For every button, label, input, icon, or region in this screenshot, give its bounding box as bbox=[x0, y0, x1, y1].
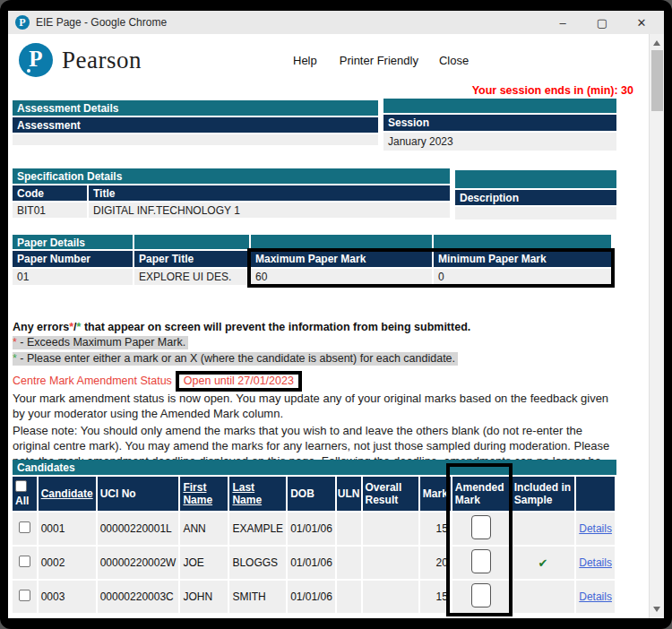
uln-header: ULN bbox=[337, 477, 361, 511]
paper-details-header: Paper Details bbox=[13, 235, 133, 249]
uci-no: 00000220001L bbox=[98, 513, 179, 545]
uln bbox=[337, 513, 361, 545]
paper-number-value: 01 bbox=[13, 269, 133, 285]
mark-value: 15 bbox=[420, 513, 451, 545]
scrollbar-thumb[interactable] bbox=[651, 50, 663, 111]
amendment-status-label: Centre Mark Amendment Status bbox=[13, 375, 172, 387]
errors-block: Any errors*/* that appear on screen will… bbox=[13, 321, 631, 366]
amendment-paragraph-1: Your mark amendment status is now open. … bbox=[13, 391, 618, 421]
error-item-max-mark: * - Exceeds Maximum Paper Mark. bbox=[13, 336, 188, 349]
dob: 01/01/06 bbox=[288, 581, 335, 613]
first-name: ANN bbox=[180, 513, 228, 545]
amended-mark-input[interactable] bbox=[471, 515, 491, 539]
row-checkbox[interactable] bbox=[19, 556, 30, 567]
amended-mark-input[interactable] bbox=[471, 549, 491, 573]
max-paper-mark-header: Maximum Paper Mark bbox=[251, 251, 432, 267]
overall-result bbox=[363, 547, 418, 579]
pearson-favicon-icon: P bbox=[15, 15, 30, 30]
select-all-header: All bbox=[13, 477, 37, 511]
assessment-value bbox=[13, 134, 378, 145]
description-section-header bbox=[455, 170, 616, 188]
window-title: EIE Page - Google Chrome bbox=[36, 16, 167, 29]
scroll-up-icon[interactable] bbox=[653, 40, 660, 46]
candidates-header-row: All Candidate UCI No First Name Last Nam… bbox=[13, 477, 615, 511]
candidate-row: 0001 00000220001L ANN EXAMPLE 01/01/06 1… bbox=[13, 513, 615, 545]
amended-mark-header: Amended Mark bbox=[452, 477, 510, 511]
printer-friendly-link[interactable]: Printer Friendly bbox=[340, 54, 418, 67]
last-name: EXAMPLE bbox=[229, 513, 286, 545]
help-link[interactable]: Help bbox=[293, 54, 317, 67]
overall-result bbox=[363, 581, 418, 613]
minimize-icon[interactable]: – bbox=[556, 16, 569, 30]
last-name: SMITH bbox=[229, 581, 286, 613]
mark-value: 15 bbox=[420, 581, 451, 613]
pearson-logo-icon: P bbox=[19, 43, 53, 77]
assessment-details-table: Assessment Details Assessment bbox=[13, 100, 378, 145]
sort-candidate-link[interactable]: Candidate bbox=[41, 487, 93, 500]
description-table: Description bbox=[455, 170, 616, 220]
details-link[interactable]: Details bbox=[579, 590, 612, 603]
code-column-header: Code bbox=[13, 185, 87, 201]
assessment-details-header: Assessment Details bbox=[13, 100, 378, 116]
uci-no: 00000220002W bbox=[98, 547, 179, 579]
description-column-header: Description bbox=[455, 190, 616, 205]
candidate-row: 0002 00000220002W JOE BLOGGS 01/01/06 20… bbox=[13, 547, 615, 579]
min-paper-mark-header: Minimum Paper Mark bbox=[434, 251, 611, 267]
specification-details-table: Specification Details Code Title BIT01 D… bbox=[13, 168, 450, 218]
sample-checkmark-icon: ✔ bbox=[538, 556, 548, 570]
scroll-down-icon[interactable] bbox=[653, 607, 660, 612]
paper-title-value: EXPLORE UI DES. bbox=[134, 269, 249, 285]
paper-details-table: Paper Details Paper Number Paper Title M… bbox=[13, 235, 615, 285]
paper-title-header: Paper Title bbox=[134, 251, 249, 267]
window-frame: P EIE Page - Google Chrome – ▢ ✕ P Pears… bbox=[0, 0, 672, 629]
sort-last-name-link[interactable]: Last Name bbox=[232, 481, 262, 506]
assessment-column-header: Assessment bbox=[13, 117, 378, 133]
errors-heading: Any errors*/* that appear on screen will… bbox=[13, 321, 631, 333]
title-column-header: Title bbox=[89, 185, 450, 201]
details-link[interactable]: Details bbox=[579, 556, 612, 569]
browser-window: P EIE Page - Google Chrome – ▢ ✕ P Pears… bbox=[8, 11, 664, 618]
row-checkbox[interactable] bbox=[19, 521, 30, 533]
overall-result bbox=[363, 513, 418, 545]
brand-name: Pearson bbox=[62, 47, 142, 74]
details-header bbox=[576, 477, 615, 511]
candidates-section: Candidates All Candidate UCI No First Na… bbox=[13, 460, 616, 615]
select-all-checkbox[interactable] bbox=[15, 480, 27, 492]
included-in-sample-header: Included in Sample bbox=[512, 477, 575, 511]
candidate-number: 0001 bbox=[39, 513, 96, 545]
dob-header: DOB bbox=[288, 477, 335, 511]
uln bbox=[337, 581, 361, 613]
candidates-table: All Candidate UCI No First Name Last Nam… bbox=[11, 475, 616, 615]
last-name: BLOGGS bbox=[229, 547, 286, 579]
session-table: Session January 2023 bbox=[383, 99, 616, 151]
description-value bbox=[455, 207, 616, 220]
pearson-logo: P Pearson bbox=[19, 43, 142, 77]
row-checkbox[interactable] bbox=[19, 590, 30, 601]
sort-first-name-link[interactable]: First Name bbox=[183, 481, 212, 506]
mark-value: 20 bbox=[420, 547, 451, 579]
code-value: BIT01 bbox=[13, 202, 87, 218]
overall-result-header: Overall Result bbox=[363, 477, 418, 511]
session-section-header bbox=[383, 99, 616, 113]
close-link[interactable]: Close bbox=[439, 54, 469, 67]
specification-details-header: Specification Details bbox=[13, 168, 450, 184]
candidate-row: 0003 00000220003C JOHN SMITH 01/01/06 15… bbox=[13, 581, 615, 613]
page-content: P Pearson Help Printer Friendly Close Yo… bbox=[8, 34, 664, 618]
paper-number-header: Paper Number bbox=[13, 251, 133, 267]
amendment-deadline: Open until 27/01/2023 bbox=[176, 371, 302, 392]
maximize-icon[interactable]: ▢ bbox=[596, 16, 608, 30]
candidate-number: 0003 bbox=[39, 581, 96, 613]
uln bbox=[337, 547, 361, 579]
close-icon[interactable]: ✕ bbox=[635, 16, 648, 30]
uci-header: UCI No bbox=[98, 477, 179, 511]
vertical-scrollbar[interactable] bbox=[649, 34, 664, 618]
session-column-header: Session bbox=[383, 115, 616, 131]
session-value: January 2023 bbox=[383, 133, 616, 151]
candidate-number: 0002 bbox=[39, 547, 96, 579]
session-timer: Your session ends in (min): 30 bbox=[472, 84, 633, 97]
dob: 01/01/06 bbox=[288, 547, 335, 579]
details-link[interactable]: Details bbox=[579, 522, 612, 535]
amended-mark-input[interactable] bbox=[471, 583, 491, 607]
amendment-status-line: Centre Mark Amendment StatusOpen until 2… bbox=[13, 375, 631, 387]
title-value: DIGITAL INF.TECHNOLOGY 1 bbox=[89, 202, 450, 218]
